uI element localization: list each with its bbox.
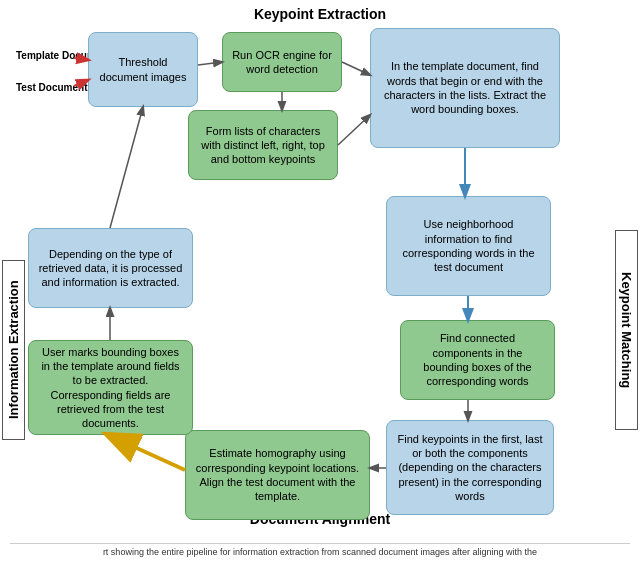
label-keypoint-matching: Keypoint Matching [615,230,638,430]
box-neighborhood: Use neighborhood information to find cor… [386,196,551,296]
svg-line-10 [108,435,185,470]
box-estimate-homography: Estimate homography using corresponding … [185,430,370,520]
svg-line-2 [198,62,222,65]
box-ocr: Run OCR engine for word detection [222,32,342,92]
box-template-find: In the template document, find words tha… [370,28,560,148]
box-depending: Depending on the type of retrieved data,… [28,228,193,308]
svg-line-3 [342,62,370,75]
box-threshold: Threshold document images [88,32,198,107]
svg-line-12 [110,107,143,228]
test-document-label: Test Document [16,82,88,93]
box-find-connected: Find connected components in the boundin… [400,320,555,400]
title-keypoint-extraction: Keypoint Extraction [254,6,386,22]
svg-line-5 [338,115,370,145]
diagram-container: Keypoint Extraction Document Alignment I… [0,0,640,565]
box-find-keypoints: Find keypoints in the first, last or bot… [386,420,554,515]
box-form-lists: Form lists of characters with distinct l… [188,110,338,180]
caption-text: rt showing the entire pipeline for infor… [10,543,630,557]
box-user-marks: User marks bounding boxes in the templat… [28,340,193,435]
label-information-extraction: Information Extraction [2,260,25,440]
